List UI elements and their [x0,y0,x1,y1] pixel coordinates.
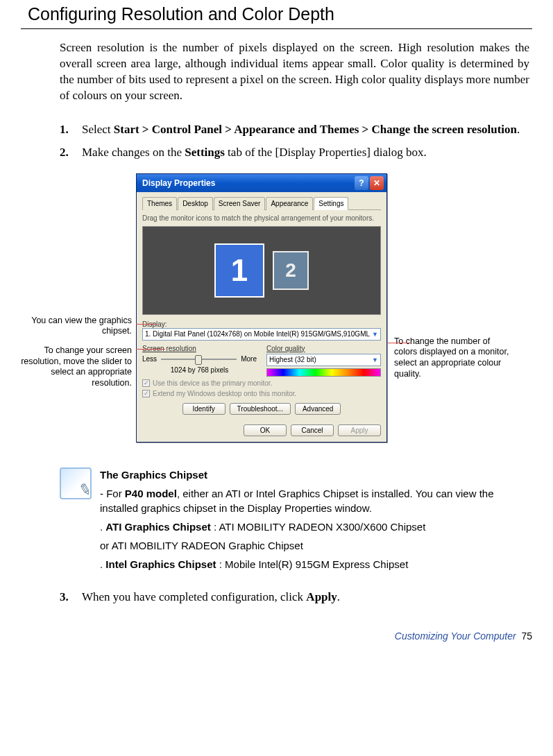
extend-desktop-label: Extend my Windows desktop onto this moni… [153,390,296,397]
note-icon [60,467,92,499]
step-1: Select Start > Control Panel > Appearanc… [60,122,529,138]
callouts-left: You can view the graphics chipset. To ch… [11,173,136,397]
tab-screensaver[interactable]: Screen Saver [214,197,266,210]
note-l4-post: : Mobile Intel(R) 915GM Express Chipset [216,558,409,570]
resolution-more: More [241,355,257,363]
note-l2-post: : ATI MOBILITY RADEON X300/X600 Chipset [211,521,426,533]
display-select[interactable]: 1. Digital Flat Panel (1024x768) on Mobi… [142,328,381,341]
resolution-slider-thumb[interactable] [195,355,202,365]
callout-connector [136,324,157,325]
close-button[interactable]: ✕ [370,176,384,190]
step-1-pre: Select [82,123,114,136]
note-l2-bold: ATI Graphics Chipset [105,521,210,533]
step-2-bold: Settings [185,146,225,159]
color-quality-value: Highest (32 bit) [269,356,316,363]
section-title: Configuring Resolution and Color Depth [28,4,532,24]
tab-appearance[interactable]: Appearance [266,197,313,210]
figure-row: You can view the graphics chipset. To ch… [11,173,529,443]
resolution-less: Less [142,355,157,363]
step-1-bold: Start > Control Panel > Appearance and T… [114,123,517,136]
note-line-3: or ATI MOBILITY RADEON Graphic Chipset [100,538,529,553]
callout-connector [388,343,410,343]
checkbox-icon: ✓ [142,379,150,387]
dialog-titlebar[interactable]: Display Properties ? ✕ [137,174,386,192]
apply-button[interactable]: Apply [338,424,381,436]
note-line-4: . Intel Graphics Chipset : Mobile Intel(… [100,557,529,572]
advanced-button[interactable]: Advanced [295,403,341,415]
note-title: The Graphics Chipset [100,467,529,482]
monitor-1[interactable]: 1 [214,243,264,298]
primary-monitor-checkbox: ✓ Use this device as the primary monitor… [142,379,381,387]
note-l1-pre: - For [100,488,125,499]
chevron-down-icon: ▼ [372,331,378,338]
note-line-1: - For P40 model, either an ATI or Intel … [100,486,529,515]
checkbox-icon: ✓ [142,390,150,397]
resolution-slider[interactable] [161,354,237,365]
troubleshoot-button[interactable]: Troubleshoot... [230,403,291,415]
intro-paragraph: Screen resolution is the number of pixel… [60,40,529,104]
dialog-hint: Drag the monitor icons to match the phys… [142,214,381,222]
color-strip [266,368,381,377]
display-properties-dialog: Display Properties ? ✕ Themes Desktop Sc… [136,173,387,443]
display-select-value: 1. Digital Flat Panel (1024x768) on Mobi… [145,330,370,338]
tab-desktop[interactable]: Desktop [178,197,213,210]
color-quality-select[interactable]: Highest (32 bit) ▼ [266,354,381,366]
primary-monitor-label: Use this device as the primary monitor. [153,379,272,387]
dialog-title: Display Properties [142,178,353,188]
note-l4-bold: Intel Graphics Chipset [105,558,216,570]
page-footer: Customizing Your Computer 75 [21,630,532,642]
callout-resolution: To change your screen resolution, move t… [11,345,132,389]
help-button[interactable]: ? [355,176,368,190]
monitor-area[interactable]: 1 2 [142,226,381,315]
step-1-post: . [517,123,520,136]
tab-settings[interactable]: Settings [314,197,348,210]
extend-desktop-checkbox: ✓ Extend my Windows desktop onto this mo… [142,390,381,397]
step-3: When you have completed configuration, c… [60,590,529,605]
step-2-post: tab of the [Display Properties] dialog b… [225,146,427,159]
section-divider [21,28,532,29]
resolution-value: 1024 by 768 pixels [142,366,257,374]
step-3-post: . [337,590,340,603]
step-3-bold: Apply [306,590,337,603]
ok-button[interactable]: OK [244,424,287,436]
cancel-button[interactable]: Cancel [291,424,334,436]
note-l1-bold: P40 model [125,488,177,499]
callouts-right: To change the number of colors displayed… [387,173,516,380]
dialog-tabs: Themes Desktop Screen Saver Appearance S… [142,196,381,210]
tab-themes[interactable]: Themes [142,197,177,210]
callout-color-quality: To change the number of colors displayed… [394,336,516,380]
footer-section: Customizing Your Computer [395,630,516,642]
callout-connector [136,349,165,350]
display-label: Display: [142,320,381,328]
step-3-pre: When you have completed configuration, c… [82,590,306,603]
identify-button[interactable]: Identify [182,403,226,415]
note-line-2: . ATI Graphics Chipset : ATI MOBILITY RA… [100,519,529,534]
step-2-pre: Make changes on the [82,146,185,159]
chevron-down-icon: ▼ [372,356,378,363]
step-2: Make changes on the Settings tab of the … [60,145,529,161]
monitor-2[interactable]: 2 [273,251,309,290]
color-quality-label: Color quality [266,345,381,352]
note-block: The Graphics Chipset - For P40 model, ei… [60,467,529,576]
callout-chipset: You can view the graphics chipset. [11,316,132,337]
footer-page-number: 75 [521,630,532,642]
